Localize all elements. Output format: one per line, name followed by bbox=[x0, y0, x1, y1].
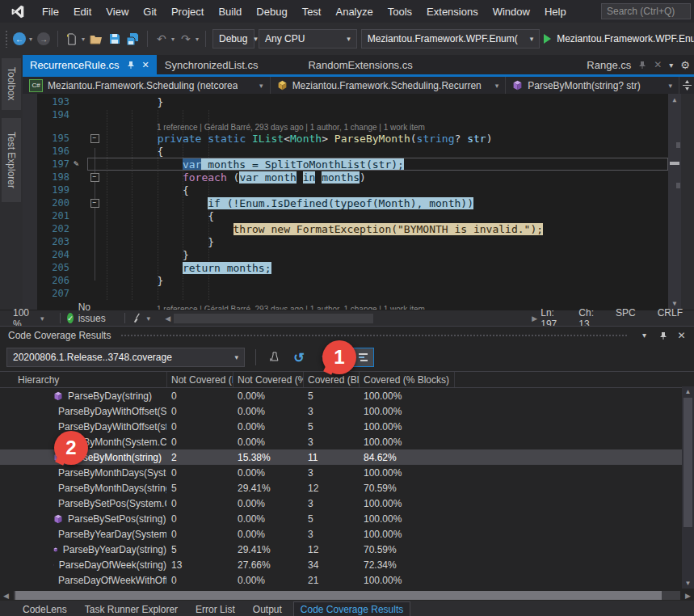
active-files-dropdown-icon[interactable]: ▾ bbox=[669, 61, 673, 70]
code-line[interactable]: 193 } bbox=[23, 95, 668, 108]
gear-icon[interactable]: ⚙ bbox=[680, 59, 690, 71]
code-line[interactable]: 199 { bbox=[23, 184, 668, 196]
panel-tab-code-coverage-results[interactable]: Code Coverage Results bbox=[293, 601, 410, 616]
scroll-up-icon[interactable]: ▲ bbox=[668, 96, 681, 103]
editor-vertical-scrollbar[interactable]: ▲ ▼ bbox=[668, 94, 681, 310]
table-row[interactable]: ParseByYearDay(System.Collections....00.… bbox=[0, 526, 694, 542]
table-horizontal-scrollbar[interactable]: ◀ ▶ bbox=[0, 590, 694, 601]
code-line[interactable]: 194 bbox=[23, 108, 668, 121]
code-cleanup-button[interactable]: ▾ bbox=[132, 313, 151, 323]
undo-button[interactable]: ↶ bbox=[154, 30, 169, 48]
close-icon[interactable]: ✕ bbox=[675, 330, 688, 341]
scroll-left-icon[interactable]: ◀ bbox=[3, 592, 9, 600]
toolbar-grip[interactable] bbox=[5, 30, 8, 48]
column-header-hierarchy[interactable]: Hierarchy bbox=[0, 372, 166, 387]
collapse-minus-icon[interactable]: − bbox=[90, 173, 99, 182]
back-dropdown-caret-icon[interactable]: ▾ bbox=[29, 36, 32, 43]
menu-item-debug[interactable]: Debug bbox=[249, 3, 294, 20]
table-row[interactable]: ParseDayOfWeekWithOffset(string)00.00%21… bbox=[0, 572, 694, 588]
editor-horizontal-scrollbar[interactable] bbox=[174, 314, 373, 323]
new-file-dropdown-caret-icon[interactable]: ▾ bbox=[82, 36, 85, 43]
fold-collapse-button[interactable]: − bbox=[82, 199, 107, 208]
menu-item-extensions[interactable]: Extensions bbox=[419, 3, 486, 20]
code-line[interactable]: 200− if (!Enum.IsDefined(typeof(Month), … bbox=[23, 196, 668, 209]
startup-project-dropdown[interactable]: Meziantou.Framework.WPF.Enum(▾ bbox=[361, 29, 540, 49]
redo-dropdown-caret-icon[interactable]: ▾ bbox=[196, 36, 199, 43]
close-icon[interactable]: ✕ bbox=[142, 60, 149, 70]
table-row[interactable]: ParseDayOfWeek(string)1327.66%3472.34% bbox=[0, 557, 694, 572]
table-vertical-scrollbar[interactable]: ▲ ▼ bbox=[682, 386, 694, 589]
new-file-button[interactable] bbox=[65, 30, 79, 48]
scrollbar-thumb[interactable] bbox=[15, 591, 662, 600]
search-input[interactable] bbox=[601, 3, 691, 19]
type-dropdown[interactable]: Meziantou.Framework.Scheduling.Recurren … bbox=[271, 77, 507, 94]
split-editor-button[interactable] bbox=[679, 77, 694, 94]
pin-icon[interactable] bbox=[638, 61, 646, 69]
configuration-dropdown[interactable]: Debug▾ bbox=[212, 29, 254, 49]
scrollbar-track[interactable] bbox=[14, 591, 680, 600]
scroll-left-icon[interactable]: ◀ bbox=[165, 314, 170, 323]
fold-collapse-button[interactable]: − bbox=[82, 134, 107, 143]
pin-icon[interactable] bbox=[127, 61, 135, 69]
scroll-down-icon[interactable]: ▼ bbox=[682, 580, 694, 587]
table-row[interactable]: ParseByDay(string)00.00%5100.00% bbox=[0, 388, 694, 403]
table-row[interactable]: ParseBySetPos(string)00.00%5100.00% bbox=[0, 511, 694, 526]
code-line[interactable]: 195− private static IList<Month> ParseBy… bbox=[23, 132, 668, 145]
menu-item-file[interactable]: File bbox=[35, 3, 66, 20]
code-line[interactable]: 206 } bbox=[23, 274, 668, 287]
panel-tab-task-runner-explorer[interactable]: Task Runner Explorer bbox=[78, 602, 184, 616]
collapse-minus-icon[interactable]: − bbox=[90, 199, 99, 208]
navigate-back-button[interactable]: ← bbox=[12, 30, 27, 48]
menu-item-edit[interactable]: Edit bbox=[66, 3, 99, 20]
pin-icon[interactable] bbox=[657, 331, 669, 340]
tab-range[interactable]: Range.cs bbox=[587, 59, 631, 71]
panel-tab-codelens[interactable]: CodeLens bbox=[16, 602, 74, 616]
scroll-right-icon[interactable]: ▶ bbox=[685, 592, 691, 600]
column-header-covered-blocks[interactable]: Covered (% Blocks) bbox=[359, 372, 454, 387]
table-row[interactable]: ParseBySetPos(System.Collections....00.0… bbox=[0, 496, 694, 511]
table-row[interactable]: ParseByMonth(System.Collections....00.00… bbox=[0, 434, 694, 449]
window-position-dropdown-icon[interactable]: ▾ bbox=[638, 331, 650, 340]
column-header-not-covered-blocks[interactable]: Not Covered (Blocks) bbox=[166, 372, 233, 387]
tab-synchronizedlist[interactable]: SynchronizedList.cs bbox=[157, 55, 267, 74]
panel-title-bar[interactable]: Code Coverage Results ▾ ✕ bbox=[0, 327, 694, 344]
menu-item-view[interactable]: View bbox=[99, 3, 136, 20]
project-dropdown[interactable]: C# Meziantou.Framework.Scheduling (netco… bbox=[23, 77, 271, 94]
codelens-info[interactable]: 1 reference | Gérald Barré, 293 days ago… bbox=[23, 121, 668, 132]
sidebar-tab-test-explorer[interactable]: Test Explorer bbox=[2, 118, 21, 202]
panel-drag-grip[interactable] bbox=[120, 334, 629, 337]
menu-item-test[interactable]: Test bbox=[295, 3, 329, 20]
save-button[interactable] bbox=[107, 30, 122, 48]
scrollbar-thumb[interactable] bbox=[683, 398, 692, 527]
code-line[interactable]: 202 throw new FormatException("BYMONTH i… bbox=[23, 222, 668, 235]
redo-button[interactable]: ↷ bbox=[179, 30, 193, 48]
code-line[interactable]: 205 return months; bbox=[23, 261, 668, 274]
code-line[interactable]: 203 } bbox=[23, 235, 668, 248]
tab-recurrencerule[interactable]: RecurrenceRule.cs ✕ bbox=[23, 55, 157, 74]
code-editor[interactable]: 193 }1941 reference | Gérald Barré, 293 … bbox=[23, 94, 681, 310]
undo-dropdown-caret-icon[interactable]: ▾ bbox=[171, 36, 175, 43]
code-line[interactable]: 198− foreach (var month in months) bbox=[23, 171, 668, 184]
import-results-button[interactable] bbox=[267, 348, 283, 366]
scroll-right-icon[interactable]: ▶ bbox=[532, 314, 537, 323]
code-line[interactable]: 196 { bbox=[23, 145, 668, 158]
tab-randomextensions[interactable]: RandomExtensions.cs bbox=[300, 55, 420, 74]
code-line[interactable]: 197✎ var months = SplitToMonthList(str); bbox=[23, 158, 668, 171]
menu-item-analyze[interactable]: Analyze bbox=[328, 3, 380, 20]
table-row[interactable]: ParseByMonthDays(string)529.41%1270.59% bbox=[0, 480, 694, 496]
table-row[interactable]: ParseByMonthDays(System.Collecti...00.00… bbox=[0, 465, 694, 480]
menu-item-build[interactable]: Build bbox=[211, 3, 249, 20]
collapse-minus-icon[interactable]: − bbox=[90, 134, 99, 143]
panel-tab-error-list[interactable]: Error List bbox=[189, 602, 242, 616]
column-header-not-covered-blocks[interactable]: Not Covered (% Blocks) bbox=[233, 372, 303, 387]
save-all-button[interactable] bbox=[126, 30, 141, 48]
menu-item-tools[interactable]: Tools bbox=[381, 3, 419, 20]
platform-dropdown[interactable]: Any CPU▾ bbox=[259, 29, 357, 49]
start-debugging-button[interactable]: Meziantou.Framework.WPF.Enu bbox=[544, 33, 694, 44]
open-folder-button[interactable] bbox=[89, 30, 103, 48]
code-line[interactable]: 201 { bbox=[23, 209, 668, 222]
sidebar-tab-toolbox[interactable]: Toolbox bbox=[2, 58, 21, 110]
member-dropdown[interactable]: ParseByMonth(string? str) ▾ bbox=[506, 77, 679, 94]
merge-results-button[interactable]: ↺ bbox=[291, 348, 307, 366]
coverage-report-dropdown[interactable]: 20200806.1.Release..3748.coverage ▾ bbox=[6, 348, 245, 367]
